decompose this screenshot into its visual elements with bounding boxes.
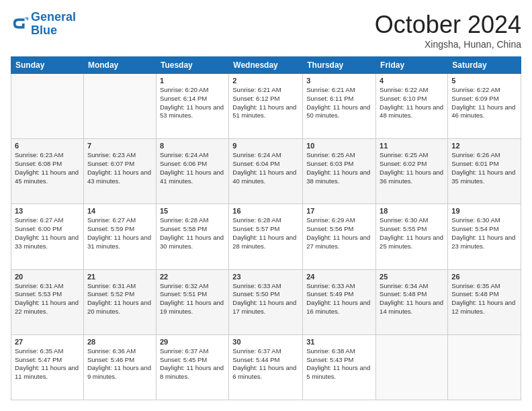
day-number: 10 — [306, 142, 372, 150]
day-info: Sunrise: 6:35 AM Sunset: 5:47 PM Dayligh… — [15, 347, 80, 381]
location-title: Xingsha, Hunan, China — [375, 39, 521, 50]
week-row-1: 1Sunrise: 6:20 AM Sunset: 6:14 PM Daylig… — [11, 74, 521, 139]
day-number: 9 — [232, 142, 299, 150]
week-row-5: 27Sunrise: 6:35 AM Sunset: 5:47 PM Dayli… — [11, 334, 521, 400]
day-info: Sunrise: 6:30 AM Sunset: 5:55 PM Dayligh… — [380, 216, 444, 250]
calendar-cell: 5Sunrise: 6:22 AM Sunset: 6:09 PM Daylig… — [448, 74, 521, 139]
day-number: 5 — [451, 77, 517, 85]
day-info: Sunrise: 6:37 AM Sunset: 5:44 PM Dayligh… — [232, 347, 299, 381]
day-info: Sunrise: 6:33 AM Sunset: 5:49 PM Dayligh… — [306, 282, 372, 316]
day-number: 3 — [306, 77, 372, 85]
calendar-cell: 21Sunrise: 6:31 AM Sunset: 5:52 PM Dayli… — [83, 269, 156, 334]
day-info: Sunrise: 6:28 AM Sunset: 5:58 PM Dayligh… — [160, 216, 225, 250]
day-number: 18 — [380, 207, 444, 215]
week-row-4: 20Sunrise: 6:31 AM Sunset: 5:53 PM Dayli… — [11, 269, 521, 334]
calendar-cell — [11, 74, 84, 139]
day-number: 29 — [160, 338, 225, 346]
calendar-cell: 18Sunrise: 6:30 AM Sunset: 5:55 PM Dayli… — [376, 204, 448, 269]
day-info: Sunrise: 6:24 AM Sunset: 6:06 PM Dayligh… — [160, 151, 225, 185]
day-info: Sunrise: 6:30 AM Sunset: 5:54 PM Dayligh… — [451, 216, 517, 250]
day-number: 22 — [160, 273, 225, 281]
day-number: 28 — [87, 338, 152, 346]
calendar-cell: 9Sunrise: 6:24 AM Sunset: 6:04 PM Daylig… — [229, 139, 303, 204]
calendar-cell: 30Sunrise: 6:37 AM Sunset: 5:44 PM Dayli… — [229, 334, 303, 400]
day-number: 21 — [87, 273, 152, 281]
calendar-cell: 8Sunrise: 6:24 AM Sunset: 6:06 PM Daylig… — [156, 139, 228, 204]
day-info: Sunrise: 6:24 AM Sunset: 6:04 PM Dayligh… — [232, 151, 299, 185]
day-info: Sunrise: 6:29 AM Sunset: 5:56 PM Dayligh… — [306, 216, 372, 250]
header-row: SundayMondayTuesdayWednesdayThursdayFrid… — [11, 57, 521, 74]
month-title: October 2024 — [375, 11, 521, 39]
day-number: 4 — [380, 77, 444, 85]
day-info: Sunrise: 6:35 AM Sunset: 5:48 PM Dayligh… — [451, 282, 517, 316]
day-info: Sunrise: 6:37 AM Sunset: 5:45 PM Dayligh… — [160, 347, 225, 381]
day-number: 16 — [232, 207, 299, 215]
calendar-cell: 17Sunrise: 6:29 AM Sunset: 5:56 PM Dayli… — [303, 204, 376, 269]
calendar-cell: 23Sunrise: 6:33 AM Sunset: 5:50 PM Dayli… — [229, 269, 303, 334]
day-number: 25 — [380, 273, 444, 281]
calendar-table: SundayMondayTuesdayWednesdayThursdayFrid… — [11, 56, 521, 400]
day-header-sunday: Sunday — [11, 57, 84, 74]
logo-text: General Blue — [31, 11, 76, 38]
calendar-cell: 1Sunrise: 6:20 AM Sunset: 6:14 PM Daylig… — [156, 74, 228, 139]
calendar-cell: 13Sunrise: 6:27 AM Sunset: 6:00 PM Dayli… — [11, 204, 84, 269]
day-number: 19 — [451, 207, 517, 215]
calendar-cell: 15Sunrise: 6:28 AM Sunset: 5:58 PM Dayli… — [156, 204, 228, 269]
logo: General Blue — [11, 11, 76, 38]
calendar-cell — [448, 334, 521, 400]
logo-general: General — [31, 10, 76, 24]
calendar-cell: 19Sunrise: 6:30 AM Sunset: 5:54 PM Dayli… — [448, 204, 521, 269]
calendar-cell: 12Sunrise: 6:26 AM Sunset: 6:01 PM Dayli… — [448, 139, 521, 204]
day-number: 8 — [160, 142, 225, 150]
day-header-monday: Monday — [83, 57, 156, 74]
calendar-cell: 31Sunrise: 6:38 AM Sunset: 5:43 PM Dayli… — [303, 334, 376, 400]
day-number: 14 — [87, 207, 152, 215]
day-info: Sunrise: 6:38 AM Sunset: 5:43 PM Dayligh… — [306, 347, 372, 381]
day-header-thursday: Thursday — [303, 57, 376, 74]
calendar-cell: 2Sunrise: 6:21 AM Sunset: 6:12 PM Daylig… — [229, 74, 303, 139]
day-info: Sunrise: 6:20 AM Sunset: 6:14 PM Dayligh… — [160, 86, 225, 120]
day-info: Sunrise: 6:28 AM Sunset: 5:57 PM Dayligh… — [232, 216, 299, 250]
calendar-cell: 26Sunrise: 6:35 AM Sunset: 5:48 PM Dayli… — [448, 269, 521, 334]
day-info: Sunrise: 6:22 AM Sunset: 6:10 PM Dayligh… — [380, 86, 444, 120]
page: General Blue October 2024 Xingsha, Hunan… — [0, 0, 532, 411]
day-info: Sunrise: 6:27 AM Sunset: 6:00 PM Dayligh… — [15, 216, 80, 250]
day-info: Sunrise: 6:32 AM Sunset: 5:51 PM Dayligh… — [160, 282, 225, 316]
header: General Blue October 2024 Xingsha, Hunan… — [11, 11, 521, 50]
calendar-cell: 16Sunrise: 6:28 AM Sunset: 5:57 PM Dayli… — [229, 204, 303, 269]
calendar-cell: 4Sunrise: 6:22 AM Sunset: 6:10 PM Daylig… — [376, 74, 448, 139]
day-number: 30 — [232, 338, 299, 346]
day-number: 20 — [15, 273, 80, 281]
week-row-3: 13Sunrise: 6:27 AM Sunset: 6:00 PM Dayli… — [11, 204, 521, 269]
calendar-cell: 25Sunrise: 6:34 AM Sunset: 5:48 PM Dayli… — [376, 269, 448, 334]
day-info: Sunrise: 6:36 AM Sunset: 5:46 PM Dayligh… — [87, 347, 152, 381]
day-number: 6 — [15, 142, 80, 150]
day-info: Sunrise: 6:21 AM Sunset: 6:12 PM Dayligh… — [232, 86, 299, 120]
day-number: 13 — [15, 207, 80, 215]
day-number: 24 — [306, 273, 372, 281]
logo-blue: Blue — [31, 24, 57, 37]
calendar-cell: 22Sunrise: 6:32 AM Sunset: 5:51 PM Dayli… — [156, 269, 228, 334]
week-row-2: 6Sunrise: 6:23 AM Sunset: 6:08 PM Daylig… — [11, 139, 521, 204]
day-info: Sunrise: 6:22 AM Sunset: 6:09 PM Dayligh… — [451, 86, 517, 120]
calendar-cell: 29Sunrise: 6:37 AM Sunset: 5:45 PM Dayli… — [156, 334, 228, 400]
day-info: Sunrise: 6:27 AM Sunset: 5:59 PM Dayligh… — [87, 216, 152, 250]
day-number: 1 — [160, 77, 225, 85]
day-header-friday: Friday — [376, 57, 448, 74]
day-number: 7 — [87, 142, 152, 150]
calendar-cell: 28Sunrise: 6:36 AM Sunset: 5:46 PM Dayli… — [83, 334, 156, 400]
calendar-cell: 20Sunrise: 6:31 AM Sunset: 5:53 PM Dayli… — [11, 269, 84, 334]
day-info: Sunrise: 6:33 AM Sunset: 5:50 PM Dayligh… — [232, 282, 299, 316]
calendar-cell: 27Sunrise: 6:35 AM Sunset: 5:47 PM Dayli… — [11, 334, 84, 400]
day-info: Sunrise: 6:25 AM Sunset: 6:02 PM Dayligh… — [380, 151, 444, 185]
calendar-cell: 3Sunrise: 6:21 AM Sunset: 6:11 PM Daylig… — [303, 74, 376, 139]
day-header-tuesday: Tuesday — [156, 57, 228, 74]
day-number: 26 — [451, 273, 517, 281]
day-number: 23 — [232, 273, 299, 281]
day-number: 27 — [15, 338, 80, 346]
title-block: October 2024 Xingsha, Hunan, China — [375, 11, 521, 50]
day-number: 17 — [306, 207, 372, 215]
day-info: Sunrise: 6:26 AM Sunset: 6:01 PM Dayligh… — [451, 151, 517, 185]
day-number: 12 — [451, 142, 517, 150]
calendar-cell: 14Sunrise: 6:27 AM Sunset: 5:59 PM Dayli… — [83, 204, 156, 269]
